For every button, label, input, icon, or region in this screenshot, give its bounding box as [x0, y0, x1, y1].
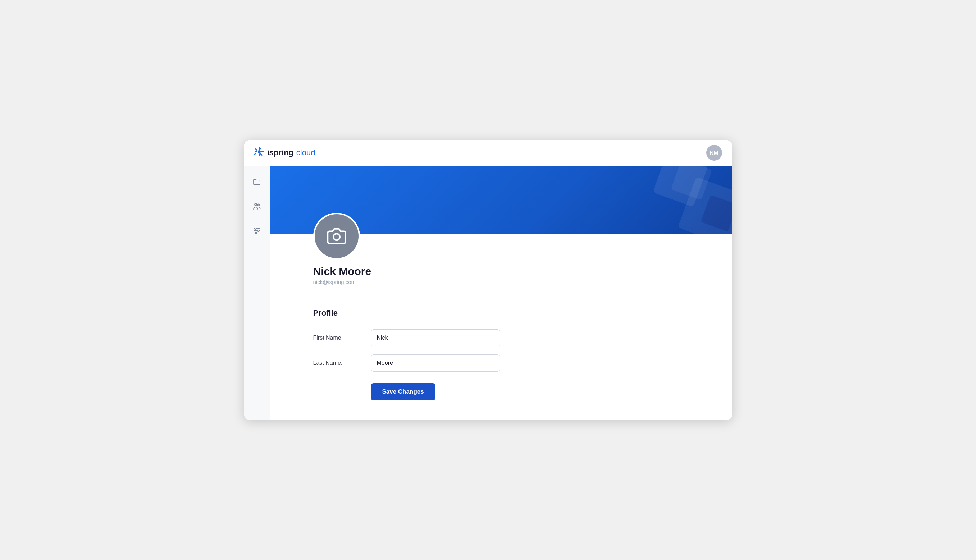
first-name-row: First Name:	[313, 329, 689, 347]
last-name-input[interactable]	[371, 354, 500, 372]
svg-rect-4	[261, 151, 264, 152]
app-window: ispring cloud NM	[244, 140, 732, 420]
logo-ispring-text: ispring	[267, 148, 294, 157]
camera-icon	[327, 227, 346, 246]
logo: ispring cloud	[254, 147, 315, 159]
content-area: Nick Moore nick@ispring.com Profile Firs…	[270, 166, 732, 420]
svg-rect-5	[255, 148, 258, 151]
save-changes-button[interactable]: Save Changes	[371, 383, 435, 400]
profile-name: Nick Moore	[313, 265, 689, 277]
logo-icon	[254, 147, 264, 159]
section-title: Profile	[313, 308, 689, 318]
svg-point-10	[258, 204, 260, 206]
sidebar	[244, 166, 270, 420]
form-section: Profile First Name: Last Name: Save Chan…	[270, 295, 732, 415]
first-name-label: First Name:	[313, 335, 371, 341]
profile-info: Nick Moore nick@ispring.com	[313, 265, 689, 285]
svg-rect-3	[255, 151, 257, 152]
svg-point-15	[257, 230, 259, 232]
svg-point-9	[255, 203, 257, 206]
sidebar-item-users[interactable]	[250, 199, 264, 213]
profile-email: nick@ispring.com	[313, 279, 689, 285]
svg-point-16	[255, 232, 257, 233]
last-name-row: Last Name:	[313, 354, 689, 372]
user-avatar-top[interactable]: NM	[706, 145, 722, 161]
sidebar-item-settings[interactable]	[250, 223, 264, 238]
svg-point-14	[255, 228, 256, 229]
svg-point-0	[258, 150, 261, 153]
top-bar: ispring cloud NM	[244, 140, 732, 166]
last-name-label: Last Name:	[313, 360, 371, 366]
sidebar-item-courses[interactable]	[250, 175, 264, 189]
first-name-input[interactable]	[371, 329, 500, 347]
avatar-upload[interactable]	[313, 213, 360, 260]
svg-rect-6	[260, 153, 262, 156]
svg-point-21	[334, 233, 340, 240]
profile-header: Nick Moore nick@ispring.com	[270, 213, 732, 285]
logo-cloud-text: cloud	[296, 148, 315, 157]
svg-rect-8	[254, 152, 257, 155]
main-layout: Nick Moore nick@ispring.com Profile Firs…	[244, 166, 732, 420]
svg-rect-2	[259, 153, 260, 157]
